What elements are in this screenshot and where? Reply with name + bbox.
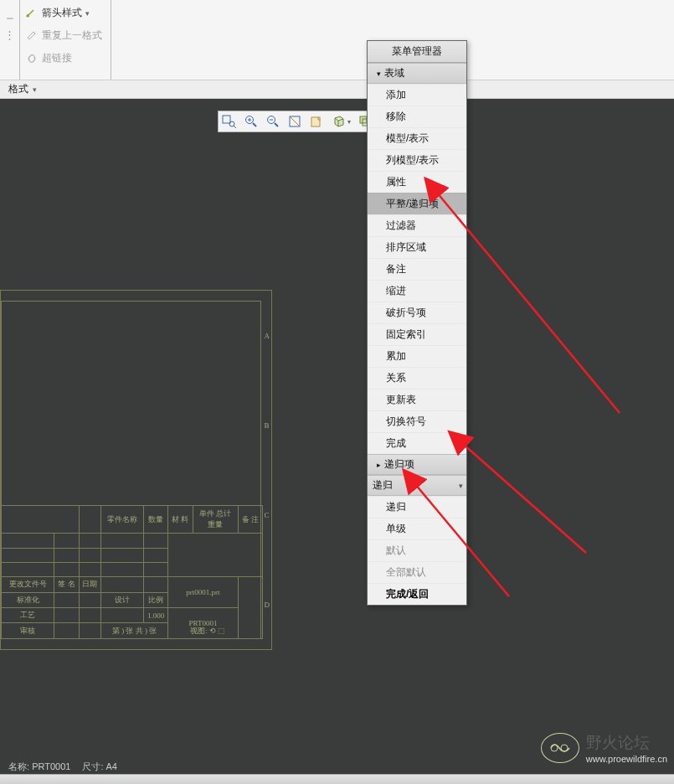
sub-tab-row: 格式 ▾ bbox=[0, 80, 674, 99]
drawing-sheet[interactable]: A B C D 零件名称 数量 材 料 单件 总计重量 备 注 更改文件号签 名 bbox=[0, 290, 272, 650]
svg-point-19 bbox=[561, 745, 568, 751]
view-cube-button[interactable]: ▾ bbox=[328, 112, 353, 131]
menu-item-recur[interactable]: 递归 bbox=[368, 496, 466, 518]
menu-item-filter[interactable]: 过滤器 bbox=[368, 214, 466, 236]
menu-item-all-default[interactable]: 全部默认 bbox=[368, 561, 466, 583]
watermark-url: www.proewildfire.cn bbox=[586, 754, 667, 764]
collapse-icon: ▸ bbox=[373, 461, 384, 469]
arrow-style-label: 箭头样式 bbox=[42, 6, 82, 20]
ribbon-group-left: ⎯ ⋮ bbox=[0, 0, 20, 80]
menu-manager-panel: 菜单管理器 ▾ 表域 添加 移除 模型/表示 列模型/表示 属性 平整/递归项 … bbox=[367, 40, 467, 606]
menu-item-remark[interactable]: 备注 bbox=[368, 258, 466, 280]
svg-line-9 bbox=[275, 123, 278, 126]
menu-item-single[interactable]: 单级 bbox=[368, 518, 466, 539]
zoom-in-button[interactable] bbox=[241, 112, 261, 131]
svg-line-6 bbox=[253, 123, 256, 126]
menu-item-switch-sym[interactable]: 切换符号 bbox=[368, 410, 466, 432]
dropdown-icon: ▾ bbox=[459, 482, 463, 490]
menu-section-recur[interactable]: 递归 ▾ bbox=[368, 475, 466, 496]
format-dropdown[interactable]: 格式 ▾ bbox=[2, 80, 44, 99]
chevron-down-icon: ▾ bbox=[33, 85, 37, 94]
menu-section-recur-item[interactable]: ▸ 递归项 bbox=[368, 454, 466, 475]
ribbon: ⎯ ⋮ 箭头样式 ▾ 重复上一格式 超链接 bbox=[0, 0, 674, 80]
format-label: 格式 bbox=[8, 83, 28, 95]
zoom-window-button[interactable] bbox=[219, 112, 239, 131]
paintbrush-icon bbox=[25, 29, 39, 43]
menu-item-dash[interactable]: 破折号项 bbox=[368, 302, 466, 323]
menu-item-attributes[interactable]: 属性 bbox=[368, 171, 466, 193]
view-toolbar: ▾ bbox=[218, 111, 377, 132]
menu-item-indent[interactable]: 缩进 bbox=[368, 280, 466, 302]
title-block: 零件名称 数量 材 料 单件 总计重量 备 注 更改文件号签 名日期 prt00… bbox=[1, 505, 263, 639]
repeat-format-label: 重复上一格式 bbox=[42, 28, 102, 43]
menu-item-default[interactable]: 默认 bbox=[368, 539, 466, 561]
menu-item-sort-region[interactable]: 排序区域 bbox=[368, 236, 466, 258]
svg-rect-0 bbox=[223, 116, 230, 123]
menu-item-col-model-rep[interactable]: 列模型/表示 bbox=[368, 149, 466, 171]
menu-item-flat-recur[interactable]: 平整/递归项 bbox=[368, 193, 466, 214]
hyperlink-label: 超链接 bbox=[42, 51, 72, 65]
bottom-bar bbox=[0, 774, 674, 784]
expand-icon: ▾ bbox=[373, 70, 384, 78]
watermark-logo-icon bbox=[541, 733, 579, 763]
repeat-format-button[interactable]: 重复上一格式 bbox=[22, 24, 105, 47]
redraw-button[interactable] bbox=[285, 112, 305, 131]
arrow-icon bbox=[25, 7, 39, 20]
watermark: 野火论坛 www.proewildfire.cn bbox=[541, 732, 667, 764]
menu-item-accumulate[interactable]: 累加 bbox=[368, 345, 466, 367]
menu-section-table[interactable]: ▾ 表域 bbox=[368, 63, 466, 84]
icon-slot-1: ⎯ bbox=[0, 2, 19, 23]
chevron-down-icon: ▾ bbox=[347, 118, 351, 126]
menu-item-remove[interactable]: 移除 bbox=[368, 106, 466, 127]
svg-line-2 bbox=[234, 126, 236, 128]
icon-slot-2: ⋮ bbox=[0, 23, 19, 45]
ribbon-group-style: 箭头样式 ▾ 重复上一格式 超链接 bbox=[20, 0, 111, 80]
svg-rect-13 bbox=[360, 116, 367, 123]
menu-title: 菜单管理器 bbox=[368, 41, 466, 63]
file-name-cell: prt0001.prt bbox=[168, 577, 238, 608]
drawing-canvas: A B C D 零件名称 数量 材 料 单件 总计重量 备 注 更改文件号签 名 bbox=[0, 99, 674, 757]
menu-item-update-table[interactable]: 更新表 bbox=[368, 389, 466, 410]
menu-item-model-rep[interactable]: 模型/表示 bbox=[368, 127, 466, 149]
right-zone-marks: A B C D bbox=[265, 291, 270, 649]
status-name: 名称: PRT0001 bbox=[8, 761, 70, 773]
hyperlink-button[interactable]: 超链接 bbox=[22, 47, 105, 70]
status-size: 尺寸: A4 bbox=[82, 761, 117, 773]
menu-item-done[interactable]: 完成 bbox=[368, 432, 466, 454]
menu-item-add[interactable]: 添加 bbox=[368, 84, 466, 106]
svg-point-18 bbox=[551, 745, 558, 751]
arrow-style-button[interactable]: 箭头样式 ▾ bbox=[22, 2, 105, 24]
menu-item-done-return[interactable]: 完成/返回 bbox=[368, 583, 466, 605]
menu-item-fixed-index[interactable]: 固定索引 bbox=[368, 323, 466, 345]
menu-item-relations[interactable]: 关系 bbox=[368, 367, 466, 389]
sheet-button[interactable] bbox=[306, 112, 327, 131]
chevron-down-icon: ▾ bbox=[85, 9, 90, 18]
zoom-out-button[interactable] bbox=[263, 112, 283, 131]
watermark-title: 野火论坛 bbox=[586, 732, 667, 754]
svg-line-11 bbox=[290, 116, 300, 126]
link-icon bbox=[25, 52, 39, 65]
